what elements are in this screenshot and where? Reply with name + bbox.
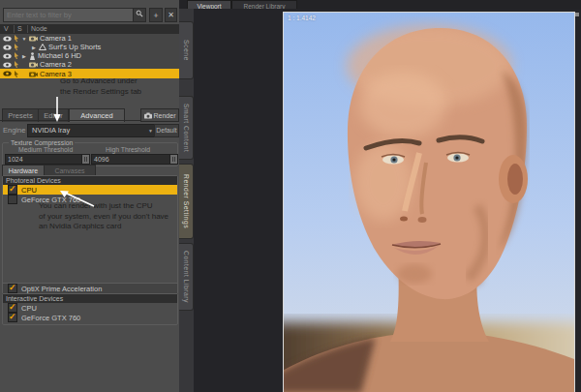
viewport-option-icons[interactable] — [575, 13, 581, 16]
device-row-gtx760-interactive[interactable]: GeForce GTX 760 — [3, 313, 177, 322]
texture-compression-group: Texture Compression Medium Threshold Hig… — [2, 142, 178, 166]
eye-icon[interactable] — [3, 36, 12, 42]
filter-add-button[interactable]: ＋ — [149, 8, 163, 22]
tree-row-camera-2[interactable]: Camera 2 — [0, 60, 182, 69]
eye-icon[interactable] — [3, 62, 12, 68]
column-visible: V — [4, 24, 9, 34]
checkbox-checked[interactable] — [8, 313, 17, 322]
photoreal-devices-header: Photoreal Devices — [3, 176, 177, 185]
node-label: Michael 6 HD — [38, 51, 81, 60]
pointer-icon[interactable] — [14, 35, 19, 42]
pointer-icon[interactable] — [14, 44, 19, 50]
side-tab-render-settings[interactable]: Render Settings — [179, 164, 194, 239]
high-threshold-label: High Threshold — [106, 146, 150, 153]
render-camera-icon — [144, 112, 152, 119]
device-row-cpu[interactable]: CPU — [3, 185, 177, 195]
side-tab-smart-content[interactable]: Smart Content — [179, 96, 194, 160]
aspect-ratio-overlay: 1 : 1.4142 — [288, 15, 316, 21]
prop-icon — [39, 44, 46, 50]
column-node: Node — [31, 24, 47, 34]
high-threshold-slider[interactable]: 4096 — [91, 154, 178, 165]
optix-row[interactable]: OptiX Prime Acceleration — [3, 283, 177, 293]
eye-icon[interactable] — [3, 45, 12, 50]
search-icon — [136, 10, 143, 17]
pointer-icon[interactable] — [14, 71, 19, 77]
camera-icon — [29, 61, 38, 68]
interactive-devices-header: Interactive Devices — [3, 294, 177, 303]
side-tab-scene[interactable]: Scene — [179, 21, 194, 79]
filter-clear-button[interactable]: ✕ — [165, 8, 177, 22]
eye-icon[interactable] — [3, 53, 12, 59]
chevron-right-icon[interactable]: ▶ — [31, 45, 37, 50]
top-tabbar: Viewport Render Library — [179, 0, 581, 9]
eye-icon[interactable] — [3, 71, 12, 76]
render-button[interactable]: Render — [140, 108, 179, 122]
pointer-icon[interactable] — [14, 61, 19, 68]
scene-tree-header: V S Node — [0, 24, 179, 34]
tree-row-camera-1[interactable]: ▼ Camera 1 — [0, 34, 182, 43]
photoreal-devices-group: Photoreal Devices CPU GeForce GTX 760 Op… — [2, 175, 178, 294]
render-frame[interactable]: 1 : 1.4142 — [283, 12, 575, 392]
tree-row-surfs-up-shorts[interactable]: ▶ Surf's Up Shorts — [0, 43, 182, 51]
options-icon[interactable] — [575, 13, 579, 16]
chevron-down-icon[interactable]: ▼ — [21, 36, 27, 42]
slider-handle[interactable] — [169, 155, 177, 164]
slider-handle[interactable] — [81, 155, 89, 164]
figure-icon — [29, 52, 36, 60]
checkbox-checked[interactable] — [8, 185, 17, 195]
rendered-portrait — [284, 13, 574, 392]
checkbox-checked[interactable] — [8, 284, 17, 293]
tree-row-michael-6-hd[interactable]: ▶ Michael 6 HD — [0, 51, 182, 60]
medium-threshold-label: Medium Threshold — [18, 146, 73, 153]
checkbox-unchecked[interactable] — [8, 195, 17, 204]
annotation-go-to-advanced: Go to Advanced under the Render Settings… — [60, 76, 141, 97]
side-tab-content-library[interactable]: Content Library — [179, 243, 194, 311]
close-icon: ✕ — [168, 11, 174, 19]
engine-label: Engine — [3, 126, 25, 135]
search-button[interactable] — [133, 8, 146, 22]
medium-threshold-slider[interactable]: 1024 — [5, 154, 90, 165]
side-tab-strip: Scene Smart Content Render Settings Cont… — [179, 9, 194, 392]
camera-icon — [29, 35, 38, 42]
engine-dropdown[interactable]: NVIDIA Iray ▼ — [27, 124, 157, 137]
scene-and-render-settings-panel: ＋ ✕ V S Node ▼ Camera 1 ▶ Surf's Up Shor… — [0, 0, 179, 392]
camera-icon — [29, 71, 38, 77]
viewport-area: 1 : 1.4142 — [194, 9, 581, 392]
node-label: Surf's Up Shorts — [48, 43, 101, 51]
pointer-icon[interactable] — [14, 52, 19, 59]
chevron-down-icon: ▼ — [148, 125, 153, 136]
chevron-right-icon[interactable]: ▶ — [21, 53, 27, 59]
default-button[interactable]: Default — [154, 124, 179, 137]
node-label: Camera 2 — [40, 60, 72, 69]
device-row-cpu-interactive[interactable]: CPU — [3, 303, 177, 313]
node-label: Camera 1 — [40, 34, 72, 43]
interactive-devices-group: Interactive Devices CPU GeForce GTX 760 — [2, 293, 178, 325]
plus-icon: ＋ — [152, 11, 160, 19]
daz-studio-window: Viewport Render Library ＋ ✕ V S Node ▼ C… — [0, 0, 581, 392]
annotation-cpu-render: You can render with just the CPU of your… — [39, 201, 168, 232]
column-selectable: S — [17, 24, 22, 34]
scene-filter-input[interactable] — [3, 8, 138, 22]
